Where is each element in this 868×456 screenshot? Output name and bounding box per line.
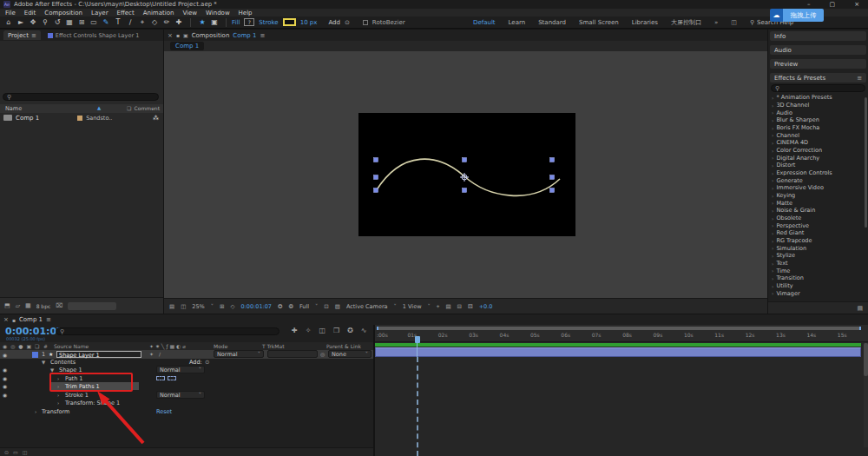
tool-icon[interactable]: ✥ xyxy=(27,18,39,26)
timeline-button-icon[interactable]: ⊟ xyxy=(457,303,462,310)
view-layout-select[interactable]: 1 View xyxy=(403,303,422,310)
tool-icon[interactable]: ► xyxy=(15,18,27,26)
workspace-item[interactable]: Standard xyxy=(538,19,566,26)
effects-category[interactable]: › Text xyxy=(768,260,868,268)
tab-effect-controls[interactable]: Effect Controls Shape Layer 1 xyxy=(48,32,139,39)
camera-select[interactable]: Active Camera xyxy=(346,303,388,310)
workspace-item[interactable]: Default xyxy=(473,19,496,26)
workspace-item[interactable]: Small Screen xyxy=(579,19,619,26)
transparency-grid-icon[interactable]: ▨ xyxy=(335,303,340,310)
workspace-item[interactable]: Libraries xyxy=(632,19,658,26)
twirl-icon[interactable]: › xyxy=(57,393,59,398)
effects-category[interactable]: › Immersive Video xyxy=(768,184,868,192)
trkmat-select[interactable] xyxy=(267,350,318,358)
effects-category[interactable]: › Keying xyxy=(768,192,868,200)
ruler-tick[interactable]: 03s xyxy=(469,332,499,338)
twirl-icon[interactable]: ▼ xyxy=(50,367,54,373)
effects-category[interactable]: › Noise & Grain xyxy=(768,207,868,215)
layer-duration-bar[interactable] xyxy=(375,347,861,357)
playhead-marker[interactable] xyxy=(415,336,420,343)
ruler-tick[interactable]: 04s xyxy=(500,332,530,338)
effects-search-input[interactable]: ⚲ xyxy=(771,84,865,92)
effects-category[interactable]: › Time xyxy=(768,267,868,274)
viewer-timecode[interactable]: 0:00:01:07 xyxy=(240,303,272,310)
layer-color-swatch[interactable] xyxy=(32,352,38,358)
panel-menu-icon[interactable]: ≡ xyxy=(31,32,36,39)
chevrons-icon[interactable]: » xyxy=(714,19,718,26)
ruler-tick[interactable]: 06s xyxy=(561,332,591,338)
workspace-item[interactable]: Learn xyxy=(509,19,526,26)
panel-menu-icon[interactable]: ≡ xyxy=(46,316,51,323)
effects-category[interactable]: › CINEMA 4D xyxy=(768,139,868,147)
star-shape-icon[interactable]: ★ xyxy=(196,18,208,26)
add-property-icon[interactable]: ⊙ xyxy=(205,359,209,366)
effects-category[interactable]: › Distort xyxy=(768,162,868,169)
timeline-toolbar-icon[interactable]: ∿ xyxy=(361,327,367,334)
effects-category[interactable]: › Utility xyxy=(768,282,868,290)
stroke-label[interactable]: Stroke xyxy=(259,19,278,26)
menu-item[interactable]: Edit xyxy=(24,10,36,17)
shape1-mode-select[interactable]: Normal ˅ xyxy=(156,366,205,373)
number-column[interactable]: # xyxy=(43,343,48,349)
tool-icon[interactable]: T xyxy=(112,18,124,26)
panel-menu-icon[interactable]: ≡ xyxy=(857,75,862,82)
layer-mode-select[interactable]: Normal ˅ xyxy=(214,350,264,358)
workspace-item[interactable]: 大屏控制口 xyxy=(671,18,701,27)
project-item-row[interactable]: Comp 1 Sandsto.. ⁂ xyxy=(0,113,163,122)
time-ruler[interactable]: :00s01s02s03s04s05s06s07s08s09s10s11s12s… xyxy=(375,325,868,342)
effects-category[interactable]: › Digital Anarchy xyxy=(768,154,868,162)
effects-category[interactable]: › RG Trapcode xyxy=(768,237,868,245)
mode-column[interactable]: Mode xyxy=(214,343,227,349)
work-area-bar[interactable] xyxy=(377,327,861,330)
twirl-icon[interactable]: › xyxy=(35,409,36,414)
tool-icon[interactable]: ⌂ xyxy=(3,18,15,26)
trkmat-column[interactable]: T TrkMat xyxy=(262,343,285,349)
menu-item[interactable]: Window xyxy=(206,10,230,17)
always-preview-icon[interactable]: ▤ xyxy=(169,303,174,310)
ruler-tick[interactable]: 10s xyxy=(684,332,714,338)
layer-name-field[interactable]: Shape Layer 1 xyxy=(56,351,141,358)
effects-category[interactable]: › Obsolete xyxy=(768,215,868,222)
tab-project[interactable]: Project ≡ xyxy=(3,30,41,40)
minimize-button[interactable]: – xyxy=(807,1,811,8)
comp-flowchart-icon[interactable]: ⚄ xyxy=(468,303,473,310)
tool-icon[interactable]: ✏ xyxy=(161,18,173,26)
timeline-search-input[interactable]: ⚲ xyxy=(56,327,279,335)
collapsed-panel-header[interactable]: Preview xyxy=(770,59,866,69)
project-item-name[interactable]: Comp 1 xyxy=(16,115,39,122)
row-transform-shape[interactable]: › Transform: Shape 1 xyxy=(0,399,373,406)
ruler-tick[interactable]: :00s xyxy=(377,332,407,338)
effects-category[interactable]: › Generate xyxy=(768,176,868,184)
viewer-tab-label[interactable]: Composition xyxy=(192,32,230,39)
pixel-aspect-icon[interactable]: ⌖ xyxy=(437,303,440,310)
region-of-interest-icon[interactable]: ⊡ xyxy=(324,303,328,310)
twirl-icon[interactable]: ▼ xyxy=(42,360,45,365)
scrollbar-track[interactable] xyxy=(864,343,868,447)
color-depth-button[interactable]: 8 bpc xyxy=(36,303,51,309)
zoom-level[interactable]: 25% xyxy=(192,303,204,310)
column-comment[interactable]: Comment xyxy=(135,105,160,111)
viewer-subtab[interactable]: Comp 1 xyxy=(170,42,204,50)
project-search-input[interactable]: ⚲ xyxy=(3,93,159,101)
add-icon[interactable]: ⊙ xyxy=(345,19,350,26)
close-panel-icon[interactable]: × xyxy=(168,32,173,39)
effects-category[interactable]: › Transition xyxy=(768,274,868,282)
timeline-toolbar-icon[interactable]: ❒ xyxy=(333,327,339,334)
menu-item[interactable]: Composition xyxy=(44,10,82,17)
panel-box-icon[interactable]: ◫ xyxy=(731,19,737,26)
close-button[interactable]: × xyxy=(854,1,859,8)
label-color-swatch[interactable] xyxy=(77,116,82,121)
ruler-tick[interactable]: 02s xyxy=(438,332,469,338)
twirl-icon[interactable]: › xyxy=(57,400,59,406)
fast-previews-icon[interactable]: ▤ xyxy=(445,303,450,310)
grid-guides-icon[interactable]: ⊞ xyxy=(220,303,224,310)
tool-icon[interactable]: ▭ xyxy=(88,18,100,26)
effects-category[interactable]: › Red Giant xyxy=(768,229,868,237)
effects-presets-header[interactable]: Effects & Presets ≡ xyxy=(770,73,866,83)
tool-icon[interactable]: ⌖ xyxy=(136,18,148,27)
fill-label[interactable]: Fill xyxy=(232,19,240,26)
effects-category[interactable]: › Expression Controls xyxy=(768,169,868,177)
maximize-button[interactable]: ▢ xyxy=(830,1,836,8)
effects-category[interactable]: › Vimager xyxy=(768,289,868,297)
tool-icon[interactable]: ◇ xyxy=(148,18,161,26)
